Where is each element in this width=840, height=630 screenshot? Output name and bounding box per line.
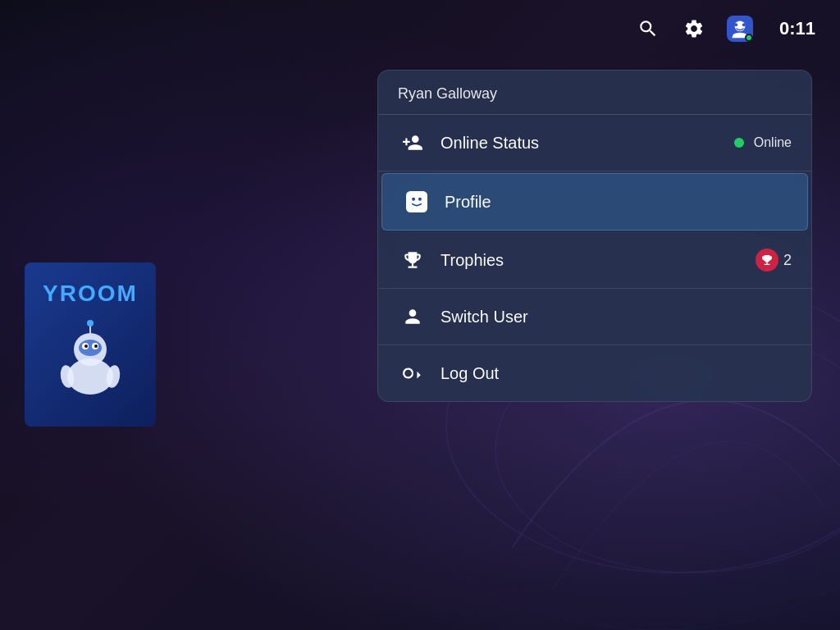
menu-item-trophies[interactable]: Trophies 2 bbox=[378, 232, 811, 289]
game-thumbnail: YROOM bbox=[25, 262, 156, 427]
settings-icon bbox=[683, 18, 705, 39]
settings-button[interactable] bbox=[679, 14, 709, 43]
trophy-icon bbox=[398, 245, 427, 275]
svg-point-11 bbox=[87, 320, 94, 326]
trophy-badge-icon bbox=[756, 249, 778, 272]
svg-point-19 bbox=[412, 198, 415, 201]
time-display: 0:11 bbox=[779, 18, 815, 39]
smiley-icon bbox=[402, 187, 431, 217]
menu-item-online-status[interactable]: Online Status Online bbox=[378, 115, 811, 171]
top-bar: 0:11 bbox=[0, 0, 840, 57]
online-dot bbox=[734, 138, 744, 148]
game-title-partial: YROOM bbox=[43, 281, 138, 307]
trophies-label: Trophies bbox=[441, 251, 756, 270]
svg-point-9 bbox=[94, 345, 98, 348]
svg-point-5 bbox=[79, 340, 102, 356]
profile-label: Profile bbox=[445, 193, 788, 212]
profile-button[interactable] bbox=[725, 14, 755, 43]
menu-item-switch-user[interactable]: Switch User bbox=[378, 289, 811, 345]
svg-point-20 bbox=[418, 198, 422, 201]
search-icon bbox=[637, 18, 659, 39]
menu-item-log-out[interactable]: Log Out bbox=[378, 345, 811, 401]
menu-item-profile[interactable]: Profile bbox=[381, 173, 808, 231]
user-menu-panel: Ryan Galloway Online Status Online Profi… bbox=[377, 70, 812, 402]
online-status-label: Online Status bbox=[441, 134, 734, 153]
switch-user-icon bbox=[398, 302, 427, 331]
switch-user-label: Switch User bbox=[441, 308, 792, 326]
online-status-badge: Online bbox=[734, 135, 792, 150]
svg-point-17 bbox=[742, 23, 746, 26]
menu-username: Ryan Galloway bbox=[378, 71, 811, 114]
online-text: Online bbox=[754, 135, 792, 150]
online-indicator bbox=[745, 34, 753, 42]
log-out-label: Log Out bbox=[441, 364, 792, 383]
svg-point-8 bbox=[84, 345, 88, 348]
trophies-badge: 2 bbox=[756, 249, 792, 272]
log-out-icon bbox=[398, 358, 427, 388]
robot-character bbox=[45, 307, 135, 405]
trophy-count: 2 bbox=[783, 252, 792, 269]
svg-point-16 bbox=[734, 23, 737, 26]
svg-rect-18 bbox=[406, 191, 427, 212]
person-plus-icon bbox=[398, 128, 427, 158]
search-button[interactable] bbox=[633, 14, 663, 43]
